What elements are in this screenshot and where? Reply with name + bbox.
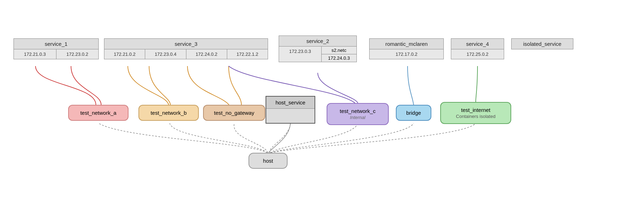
test-internet-label: test_internet <box>461 107 491 113</box>
service3-ip3: 172.24.0.2 <box>186 49 227 59</box>
service3-ip1: 172.21.0.2 <box>104 49 145 59</box>
diagram-container: service_1 172.21.0.3 172.23.0.2 service_… <box>0 0 644 216</box>
service-box-service4: service_4 172.25.0.2 <box>451 38 504 59</box>
network-test-network-c: test_network_c Internal <box>327 103 389 125</box>
isolated-service-title: isolated_service <box>512 39 573 49</box>
network-c-sublabel: Internal <box>350 115 365 120</box>
test-internet-sublabel: Containers isolated <box>456 114 495 119</box>
romantic-mclaren-title: romantic_mclaren <box>370 39 443 49</box>
service2-sub-ip: 172.24.0.3 <box>322 54 357 62</box>
bridge-label: bridge <box>406 110 421 116</box>
network-test-network-a: test_network_a <box>68 105 129 121</box>
service2-sub-title: s2.netc <box>322 47 357 54</box>
service-box-service3: service_3 172.21.0.2 172.23.0.4 172.24.0… <box>104 38 268 59</box>
service-box-service2: service_2 172.23.0.3 s2.netc 172.24.0.3 <box>279 36 357 62</box>
host-label: host <box>263 158 273 164</box>
service4-ip: 172.25.0.2 <box>451 49 504 59</box>
service3-ip4: 172.22.1.2 <box>227 49 268 59</box>
service3-title: service_3 <box>104 39 268 49</box>
service-box-romantic-mclaren: romantic_mclaren 172.17.0.2 <box>369 38 444 59</box>
network-test-internet: test_internet Containers isolated <box>440 102 511 124</box>
network-no-gateway-label: test_no_gateway <box>214 110 254 116</box>
service1-ip2: 172.23.0.2 <box>56 49 99 59</box>
service2-ip-left: 172.23.0.3 <box>279 47 322 62</box>
service-box-service1: service_1 172.21.0.3 172.23.0.2 <box>13 38 99 59</box>
host-service-title: host_service <box>266 97 315 109</box>
service1-title: service_1 <box>14 39 98 49</box>
network-a-label: test_network_a <box>80 110 116 116</box>
network-b-label: test_network_b <box>151 110 187 116</box>
host-service-box: host_service <box>266 96 315 124</box>
network-c-label: test_network_c <box>340 108 376 114</box>
host-node: host <box>249 153 288 169</box>
service-box-isolated-service: isolated_service <box>511 38 573 49</box>
service2-title: service_2 <box>279 36 356 47</box>
service1-ip1: 172.21.0.3 <box>14 49 56 59</box>
network-test-network-b: test_network_b <box>138 105 199 121</box>
network-test-no-gateway: test_no_gateway <box>203 105 265 121</box>
service4-title: service_4 <box>451 39 504 49</box>
network-bridge: bridge <box>396 105 431 121</box>
romantic-mclaren-ip: 172.17.0.2 <box>370 49 443 59</box>
service3-ip2: 172.23.0.4 <box>145 49 186 59</box>
